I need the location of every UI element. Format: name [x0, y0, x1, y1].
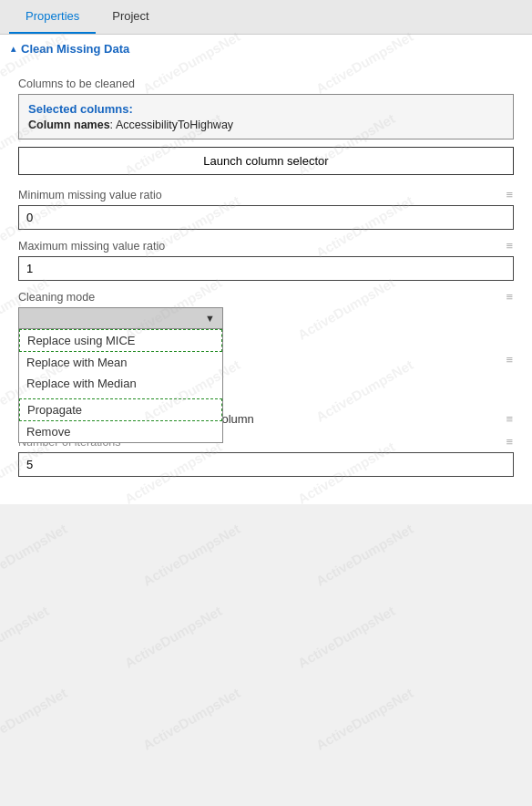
cleaning-mode-option-mice[interactable]: Replace using MICE	[19, 329, 222, 352]
cols-missing-option-remove[interactable]: Remove	[19, 421, 222, 442]
launch-column-selector-button[interactable]: Launch column selector	[18, 147, 514, 175]
columns-label: Columns to be cleaned	[18, 78, 514, 90]
tab-project[interactable]: Project	[96, 0, 165, 34]
selected-columns-title: Selected columns:	[28, 102, 504, 116]
max-missing-label: Maximum missing value ratio	[18, 240, 165, 253]
min-missing-label-row: Minimum missing value ratio ≡	[18, 188, 514, 202]
max-missing-menu-icon[interactable]: ≡	[506, 239, 514, 253]
min-missing-input[interactable]	[18, 205, 514, 230]
panel: ▴ Clean Missing Data Columns to be clean…	[0, 35, 532, 504]
cleaning-mode-label-row: Cleaning mode ≡	[18, 290, 514, 304]
cols-missing-option-propagate[interactable]: Propagate	[19, 398, 222, 421]
section-header: ▴ Clean Missing Data	[0, 35, 532, 63]
cleaning-mode-dropdown[interactable]: ▼ Replace using MICE Replace with Mean R…	[18, 307, 223, 329]
max-missing-label-row: Maximum missing value ratio ≡	[18, 239, 514, 253]
max-missing-input[interactable]	[18, 256, 514, 281]
cleaning-mode-option-mean[interactable]: Replace with Mean	[19, 352, 222, 373]
cleaning-mode-menu-icon[interactable]: ≡	[506, 290, 514, 304]
generate-indicator-menu-icon[interactable]: ≡	[506, 412, 514, 426]
num-iterations-input[interactable]	[18, 452, 514, 477]
min-missing-menu-icon[interactable]: ≡	[506, 188, 514, 202]
collapse-triangle[interactable]: ▴	[11, 44, 15, 54]
selected-columns-value: Column names: AccessibilityToHighway	[28, 119, 504, 131]
cleaning-mode-dropdown-arrow: ▼	[205, 313, 215, 324]
cleaning-mode-label: Cleaning mode	[18, 291, 95, 304]
top-tabs: Properties Project	[0, 0, 532, 35]
form-body: Columns to be cleaned Selected columns: …	[0, 63, 532, 504]
tab-properties[interactable]: Properties	[9, 0, 96, 34]
section-title: Clean Missing Data	[21, 42, 129, 56]
min-missing-label: Minimum missing value ratio	[18, 189, 162, 202]
cleaning-mode-option-median[interactable]: Replace with Median	[19, 373, 222, 394]
cols-missing-dropdown-list: Propagate Remove	[18, 398, 223, 443]
selected-columns-box: Selected columns: Column names: Accessib…	[18, 94, 514, 140]
cleaning-mode-dropdown-btn[interactable]: ▼	[18, 307, 223, 329]
num-iterations-menu-icon[interactable]: ≡	[506, 435, 514, 449]
cols-missing-menu-icon[interactable]: ≡	[506, 353, 514, 367]
